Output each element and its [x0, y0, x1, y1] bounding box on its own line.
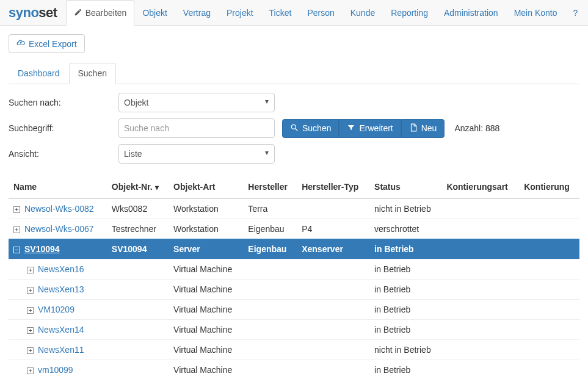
- col-objart[interactable]: Objekt-Art: [169, 176, 243, 198]
- nav-tab-projekt[interactable]: Projekt: [219, 0, 261, 25]
- nav-tab-label: Reporting: [391, 8, 428, 18]
- nav-tab-kunde[interactable]: Kunde: [343, 0, 383, 25]
- cell-status: in Betrieb: [369, 360, 441, 377]
- col-hersteller-label: Hersteller: [248, 182, 288, 192]
- expand-icon[interactable]: [27, 287, 34, 294]
- col-status-label: Status: [374, 182, 401, 192]
- table-row[interactable]: VM10209Virtual Machinein Betrieb: [9, 300, 579, 320]
- nav-tab-mein-konto[interactable]: Mein Konto: [506, 0, 565, 25]
- cell-objnr: [107, 360, 169, 377]
- nav-tab-person[interactable]: Person: [299, 0, 342, 25]
- cell-objart: Virtual Machine: [169, 259, 243, 280]
- expand-icon[interactable]: [27, 327, 34, 334]
- cell-hersteller: [243, 340, 297, 360]
- cell-kontierung: [519, 239, 579, 259]
- table-row[interactable]: NewsXen14Virtual Machinein Betrieb: [9, 320, 579, 340]
- results-table-wrap: Name Objekt-Nr.▾ Objekt-Art Hersteller H…: [9, 176, 579, 376]
- logo-part2: set: [38, 5, 57, 20]
- nav-tab-bearbeiten[interactable]: Bearbeiten: [66, 0, 135, 26]
- nav-tab-vertrag[interactable]: Vertrag: [175, 0, 219, 25]
- subtab-suchen[interactable]: Suchen: [69, 63, 116, 84]
- nav-tab-ticket[interactable]: Ticket: [261, 0, 300, 25]
- table-row[interactable]: NewsXen11Virtual Machinenicht in Betrieb: [9, 340, 579, 360]
- cell-objart: Virtual Machine: [169, 300, 243, 320]
- cell-hersteller: [243, 300, 297, 320]
- cell-hersteller: Eigenbau: [243, 219, 297, 239]
- action-buttons: Suchen Erweitert Neu: [282, 119, 445, 138]
- row-name-link[interactable]: SV10094: [24, 244, 60, 254]
- nav-tab-reporting[interactable]: Reporting: [383, 0, 436, 25]
- row-name-link[interactable]: Newsol-Wks-0067: [24, 224, 94, 234]
- cell-status: in Betrieb: [369, 259, 441, 280]
- search-button[interactable]: Suchen: [282, 119, 339, 138]
- cell-kontierungsart: [441, 239, 519, 259]
- col-objnr-label: Objekt-Nr.: [112, 182, 153, 192]
- table-row[interactable]: SV10094SV10094ServerEigenbauXenserverin …: [9, 239, 579, 259]
- row-name-link[interactable]: NewsXen16: [38, 264, 84, 274]
- cell-kontierungsart: [441, 198, 519, 219]
- col-hersteller[interactable]: Hersteller: [243, 176, 297, 198]
- col-objnr[interactable]: Objekt-Nr.▾: [107, 176, 169, 198]
- col-name[interactable]: Name: [9, 176, 107, 198]
- cell-kontierungsart: [441, 259, 519, 280]
- cell-hersteller: Eigenbau: [243, 239, 297, 259]
- new-button[interactable]: Neu: [401, 119, 445, 138]
- cell-hersteller: [243, 259, 297, 280]
- col-herstellertyp[interactable]: Hersteller-Typ: [297, 176, 369, 198]
- row-name-link[interactable]: NewsXen14: [38, 325, 84, 334]
- cloud-download-icon: [16, 38, 25, 49]
- view-select[interactable]: Liste: [118, 144, 275, 164]
- col-kontierung[interactable]: Kontierung: [519, 176, 579, 198]
- nav-tab-label: Administration: [444, 8, 498, 18]
- collapse-icon[interactable]: [13, 247, 20, 253]
- extended-button[interactable]: Erweitert: [339, 119, 401, 138]
- cell-name: VM10209: [9, 300, 107, 320]
- row-name-link[interactable]: vm10099: [38, 365, 73, 375]
- results-table: Name Objekt-Nr.▾ Objekt-Art Hersteller H…: [9, 176, 579, 376]
- nav-tab-label: ?: [573, 8, 578, 18]
- nav-tab-administration[interactable]: Administration: [436, 0, 506, 25]
- row-term: Suchbegriff: Suchen Erweitert: [9, 118, 579, 138]
- cell-status: nicht in Betrieb: [369, 340, 441, 360]
- nav-tab-objekt[interactable]: Objekt: [134, 0, 175, 25]
- cell-herstellertyp: Xenserver: [297, 239, 369, 259]
- cell-status: in Betrieb: [369, 320, 441, 340]
- table-row[interactable]: NewsXen16Virtual Machinein Betrieb: [9, 259, 579, 280]
- subtab-dashboard[interactable]: Dashboard: [9, 63, 69, 84]
- table-row[interactable]: vm10099Virtual Machinein Betrieb: [9, 360, 579, 377]
- cell-kontierung: [519, 280, 579, 300]
- cell-hersteller: [243, 320, 297, 340]
- row-name-link[interactable]: NewsXen13: [38, 284, 84, 294]
- expand-icon[interactable]: [27, 307, 34, 314]
- cell-herstellertyp: [297, 340, 369, 360]
- search-button-label: Suchen: [302, 123, 331, 133]
- col-kontierungsart[interactable]: Kontierungsart: [441, 176, 519, 198]
- row-name-link[interactable]: VM10209: [38, 305, 74, 314]
- row-name-link[interactable]: NewsXen11: [38, 345, 84, 355]
- expand-icon[interactable]: [13, 226, 20, 233]
- cell-herstellertyp: [297, 320, 369, 340]
- nav-tab--[interactable]: ?: [565, 0, 586, 25]
- table-row[interactable]: NewsXen13Virtual Machinein Betrieb: [9, 280, 579, 300]
- expand-icon[interactable]: [27, 347, 34, 354]
- table-row[interactable]: Newsol-Wks-0067TestrechnerWorkstationEig…: [9, 219, 579, 239]
- excel-export-button[interactable]: Excel Export: [9, 34, 85, 53]
- table-row[interactable]: Newsol-Wks-0082Wks0082WorkstationTerrani…: [9, 198, 579, 219]
- nav-tabs: BearbeitenObjektVertragProjektTicketPers…: [66, 0, 586, 25]
- expand-icon[interactable]: [13, 206, 20, 213]
- row-name-link[interactable]: Newsol-Wks-0082: [24, 204, 94, 214]
- cell-name: NewsXen11: [9, 340, 107, 360]
- cell-hersteller: Terra: [243, 198, 297, 219]
- search-by-select-wrap: Objekt: [118, 93, 275, 112]
- col-status[interactable]: Status: [369, 176, 441, 198]
- cell-objnr: [107, 280, 169, 300]
- cell-status: verschrottet: [369, 219, 441, 239]
- nav-tab-label: Mein Konto: [514, 8, 557, 18]
- cell-name: NewsXen16: [9, 259, 107, 280]
- search-input[interactable]: [118, 118, 275, 138]
- expand-icon[interactable]: [27, 367, 34, 374]
- expand-icon[interactable]: [27, 267, 34, 273]
- cell-kontierung: [519, 320, 579, 340]
- search-by-select[interactable]: Objekt: [118, 93, 275, 112]
- cell-kontierungsart: [441, 300, 519, 320]
